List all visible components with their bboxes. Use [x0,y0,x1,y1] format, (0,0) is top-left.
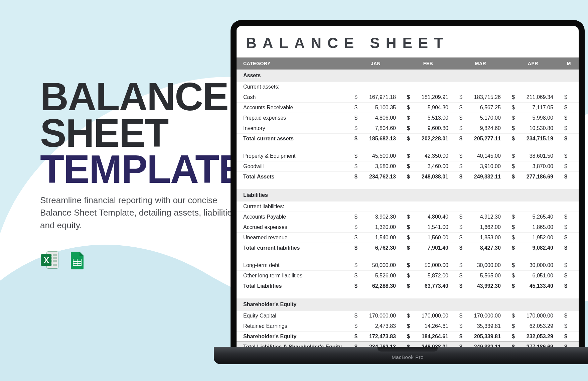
cell-value: 232,053.29 [516,332,559,342]
promo-card: BALANCE SHEET TEMPLATE Streamline financ… [0,0,588,381]
dollar-sign: $ [507,161,516,172]
dollar-sign: $ [402,342,411,347]
col-may: M [559,57,579,70]
cell-value [568,134,579,144]
dollar-sign: $ [507,243,516,253]
dollar-sign: $ [507,222,516,233]
dollar-sign: $ [402,271,411,281]
table-row: Other long-term liabilities$5,526.00$5,8… [237,271,579,281]
dollar-sign: $ [559,222,568,233]
dollar-sign: $ [349,222,358,233]
cell-value: 184,264.61 [411,332,454,342]
cell-value [568,311,579,321]
cell-value [568,222,579,233]
spacer-row [237,144,579,151]
dollar-sign: $ [559,103,568,113]
dollar-sign: $ [402,222,411,233]
col-jan: JAN [349,57,402,70]
dollar-sign: $ [507,103,516,113]
table-row: Current assets: [237,82,579,92]
table-row: Accrued expenses$1,320.00$1,541.00$1,662… [237,222,579,233]
dollar-sign: $ [559,134,568,144]
dollar-sign: $ [349,271,358,281]
table-row: Current liabilities: [237,202,579,212]
cell-value [568,113,579,123]
google-sheets-icon [67,250,87,270]
table-row: Equity Capital$170,000.00$170,000.00$170… [237,311,579,321]
col-category: CATEGORY [237,57,349,70]
dollar-sign: $ [559,92,568,103]
cell-value: 1,560.00 [411,233,454,243]
cell-value: 1,952.00 [516,233,559,243]
cell-value: 170,000.00 [516,311,559,321]
dollar-sign: $ [507,342,516,347]
section-row: Liabilities [237,189,579,202]
cell-value [568,212,579,222]
dollar-sign: $ [402,243,411,253]
dollar-sign: $ [454,233,463,243]
cell-value: 170,000.00 [463,311,507,321]
col-feb: FEB [402,57,454,70]
cell-value [568,172,579,182]
dollar-sign: $ [402,161,411,172]
excel-icon [40,250,59,270]
dollar-sign: $ [454,212,463,222]
dollar-sign: $ [454,151,463,161]
cell-value: 6,762.30 [358,243,402,253]
cell-value: 5,170.00 [463,113,507,123]
cell-value: 5,872.00 [411,271,454,281]
dollar-sign: $ [507,332,516,342]
dollar-sign: $ [507,113,516,123]
dollar-sign: $ [507,311,516,321]
dollar-sign: $ [454,222,463,233]
dollar-sign: $ [559,151,568,161]
cell-value: 9,600.80 [411,123,454,134]
dollar-sign: $ [349,113,358,123]
dollar-sign: $ [402,92,411,103]
dollar-sign: $ [402,233,411,243]
dollar-sign: $ [507,134,516,144]
dollar-sign: $ [349,342,358,347]
table-row: Unearned revenue$1,540.00$1,560.00$1,853… [237,233,579,243]
sheet-title: BALANCE SHEET [237,26,579,57]
table-row: Shareholder's Equity$172,473.83$184,264.… [237,332,579,342]
svg-rect-6 [53,257,57,259]
cell-value: 211,069.34 [516,92,559,103]
dollar-sign: $ [349,332,358,342]
dollar-sign: $ [402,113,411,123]
col-apr: APR [507,57,559,70]
dollar-sign: $ [559,271,568,281]
spacer-row [237,253,579,260]
cell-value: 10,530.80 [516,123,559,134]
dollar-sign: $ [559,243,568,253]
dollar-sign: $ [507,321,516,332]
cell-value: 3,902.30 [358,212,402,222]
dollar-sign: $ [349,92,358,103]
cell-value: 40,145.00 [463,151,507,161]
dollar-sign: $ [559,260,568,271]
dollar-sign: $ [454,92,463,103]
dollar-sign: $ [454,271,463,281]
cell-value: 3,870.00 [516,161,559,172]
dollar-sign: $ [559,281,568,291]
cell-value: 30,000.00 [463,260,507,271]
dollar-sign: $ [402,281,411,291]
cell-value: 249,332.11 [463,342,507,347]
table-row: Prepaid expenses$4,806.00$5,513.00$5,170… [237,113,579,123]
balance-sheet-table: CATEGORY JAN FEB MAR APR M AssetsCurrent… [237,57,579,347]
cell-value: 248,038.01 [411,342,454,347]
cell-value: 7,117.05 [516,103,559,113]
dollar-sign: $ [402,260,411,271]
cell-value: 1,541.00 [411,222,454,233]
cell-value: 5,100.35 [358,103,402,113]
cell-value: 42,350.00 [411,151,454,161]
cell-value: 5,513.00 [411,113,454,123]
dollar-sign: $ [349,281,358,291]
table-row: Accounts Receivable$5,100.35$5,904.30$6,… [237,103,579,113]
dollar-sign: $ [402,311,411,321]
table-row: Total Assets$234,762.13$248,038.01$249,3… [237,172,579,182]
dollar-sign: $ [559,113,568,123]
dollar-sign: $ [454,123,463,134]
table-row: Total current liabilities$6,762.30$7,901… [237,243,579,253]
cell-value: 7,804.60 [358,123,402,134]
